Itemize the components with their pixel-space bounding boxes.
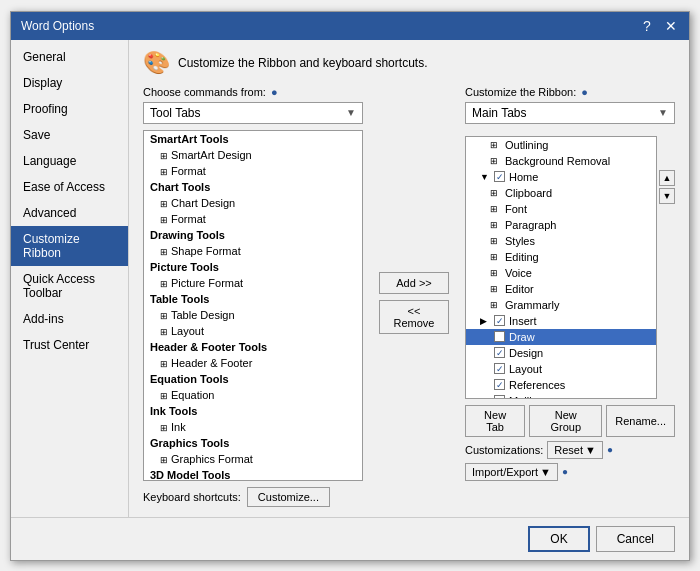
cancel-button[interactable]: Cancel xyxy=(596,526,675,552)
ribbon-info-icon: ● xyxy=(581,86,588,98)
ribbon-item-editing[interactable]: ⊞Editing xyxy=(466,249,656,265)
ok-button[interactable]: OK xyxy=(528,526,589,552)
keyboard-label: Keyboard shortcuts: xyxy=(143,491,241,503)
dialog-title: Word Options xyxy=(21,19,94,33)
command-item-chart-design[interactable]: ⊞Chart Design xyxy=(144,195,362,211)
reset-dropdown[interactable]: Reset ▼ xyxy=(547,441,603,459)
sidebar-item-save[interactable]: Save xyxy=(11,122,128,148)
checkbox-mailings[interactable] xyxy=(494,395,505,399)
help-button[interactable]: ? xyxy=(639,18,655,34)
command-item-smartart-design[interactable]: ⊞SmartArt Design xyxy=(144,147,362,163)
ribbon-label-paragraph: Paragraph xyxy=(505,219,556,231)
item-icon-grammarly-home: ⊞ xyxy=(490,300,498,310)
main-title-icon: 🎨 xyxy=(143,50,170,76)
ribbon-item-references[interactable]: References xyxy=(466,377,656,393)
ribbon-item-editor[interactable]: ⊞Editor xyxy=(466,281,656,297)
checkbox-references[interactable] xyxy=(494,379,505,390)
choose-info-icon: ● xyxy=(271,86,278,98)
command-item-header-footer[interactable]: ⊞Header & Footer xyxy=(144,355,362,371)
checkbox-insert[interactable] xyxy=(494,315,505,326)
command-item-3d-model-tools[interactable]: 3D Model Tools xyxy=(144,467,362,481)
sidebar-item-advanced[interactable]: Advanced xyxy=(11,200,128,226)
command-item-smartart-format[interactable]: ⊞Format xyxy=(144,163,362,179)
checkbox-design[interactable] xyxy=(494,347,505,358)
commands-list[interactable]: SmartArt Tools⊞SmartArt Design⊞FormatCha… xyxy=(143,130,363,481)
sidebar-item-ease-of-access[interactable]: Ease of Access xyxy=(11,174,128,200)
close-button[interactable]: ✕ xyxy=(663,18,679,34)
scroll-down-button[interactable]: ▼ xyxy=(659,188,675,204)
command-item-chart-tools[interactable]: Chart Tools xyxy=(144,179,362,195)
reset-info-icon: ● xyxy=(607,444,613,455)
scroll-up-button[interactable]: ▲ xyxy=(659,170,675,186)
ribbon-item-outlining[interactable]: ⊞Outlining xyxy=(466,137,656,153)
ribbon-label-editing: Editing xyxy=(505,251,539,263)
keyboard-customize-button[interactable]: Customize... xyxy=(247,487,330,507)
expand-icon-insert: ▶ xyxy=(480,316,490,326)
ribbon-item-home[interactable]: ▼Home xyxy=(466,169,656,185)
ribbon-label-bg-removal: Background Removal xyxy=(505,155,610,167)
ribbon-bottom-buttons: New Tab New Group Rename... Customizatio… xyxy=(465,405,675,481)
add-button[interactable]: Add >> xyxy=(379,272,449,294)
ribbon-item-layout[interactable]: Layout xyxy=(466,361,656,377)
ribbon-label-mailings: Mailings xyxy=(509,395,549,399)
sidebar-item-general[interactable]: General xyxy=(11,44,128,70)
ribbon-item-paragraph[interactable]: ⊞Paragraph xyxy=(466,217,656,233)
ribbon-list[interactable]: ⊞Outlining⊞Background Removal▼Home⊞Clipb… xyxy=(465,136,657,399)
command-item-header-footer-tools[interactable]: Header & Footer Tools xyxy=(144,339,362,355)
command-item-table-layout[interactable]: ⊞Layout xyxy=(144,323,362,339)
sidebar-item-trust-center[interactable]: Trust Center xyxy=(11,332,128,358)
command-item-ink-tools[interactable]: Ink Tools xyxy=(144,403,362,419)
ribbon-item-font[interactable]: ⊞Font xyxy=(466,201,656,217)
checkbox-draw[interactable] xyxy=(494,331,505,342)
command-item-picture-tools[interactable]: Picture Tools xyxy=(144,259,362,275)
import-export-button[interactable]: Import/Export ▼ xyxy=(465,463,558,481)
command-item-smartart-tools[interactable]: SmartArt Tools xyxy=(144,131,362,147)
choose-label: Choose commands from: ● xyxy=(143,86,363,98)
command-item-drawing-tools[interactable]: Drawing Tools xyxy=(144,227,362,243)
ribbon-item-bg-removal[interactable]: ⊞Background Removal xyxy=(466,153,656,169)
command-item-graphics-tools[interactable]: Graphics Tools xyxy=(144,435,362,451)
ribbon-item-design[interactable]: Design xyxy=(466,345,656,361)
command-item-table-design[interactable]: ⊞Table Design xyxy=(144,307,362,323)
remove-button[interactable]: << Remove xyxy=(379,300,449,334)
command-item-picture-format[interactable]: ⊞Picture Format xyxy=(144,275,362,291)
ribbon-label-insert: Insert xyxy=(509,315,537,327)
left-panel: Choose commands from: ● Tool Tabs ▼ Smar… xyxy=(143,86,363,481)
choose-dropdown[interactable]: Tool Tabs ▼ xyxy=(143,102,363,124)
ribbon-item-grammarly-home[interactable]: ⊞Grammarly xyxy=(466,297,656,313)
sidebar-item-proofing[interactable]: Proofing xyxy=(11,96,128,122)
command-item-chart-format[interactable]: ⊞Format xyxy=(144,211,362,227)
ribbon-item-clipboard[interactable]: ⊞Clipboard xyxy=(466,185,656,201)
new-group-button[interactable]: New Group xyxy=(529,405,602,437)
command-item-table-tools[interactable]: Table Tools xyxy=(144,291,362,307)
rename-button[interactable]: Rename... xyxy=(606,405,675,437)
ribbon-dropdown[interactable]: Main Tabs ▼ xyxy=(465,102,675,124)
command-item-equation[interactable]: ⊞Equation xyxy=(144,387,362,403)
dialog-footer: OK Cancel xyxy=(11,517,689,560)
checkbox-layout[interactable] xyxy=(494,363,505,374)
sidebar-item-display[interactable]: Display xyxy=(11,70,128,96)
command-item-ink[interactable]: ⊞Ink xyxy=(144,419,362,435)
ribbon-item-mailings[interactable]: Mailings xyxy=(466,393,656,399)
ribbon-item-styles[interactable]: ⊞Styles xyxy=(466,233,656,249)
ribbon-label-font: Font xyxy=(505,203,527,215)
checkbox-home[interactable] xyxy=(494,171,505,182)
title-bar-controls: ? ✕ xyxy=(639,18,679,34)
main-title-row: 🎨 Customize the Ribbon and keyboard shor… xyxy=(143,50,675,76)
ribbon-label-home: Home xyxy=(509,171,538,183)
sidebar-item-quick-access[interactable]: Quick Access Toolbar xyxy=(11,266,128,306)
reset-arrow: ▼ xyxy=(585,444,596,456)
sidebar-item-customize-ribbon[interactable]: Customize Ribbon xyxy=(11,226,128,266)
command-item-graphics-format[interactable]: ⊞Graphics Format xyxy=(144,451,362,467)
ribbon-item-voice[interactable]: ⊞Voice xyxy=(466,265,656,281)
command-item-equation-tools[interactable]: Equation Tools xyxy=(144,371,362,387)
sidebar-item-add-ins[interactable]: Add-ins xyxy=(11,306,128,332)
ribbon-item-draw[interactable]: Draw xyxy=(466,329,656,345)
new-tab-button[interactable]: New Tab xyxy=(465,405,525,437)
customizations-row: Customizations: Reset ▼ ● xyxy=(465,441,675,459)
sidebar-item-language[interactable]: Language xyxy=(11,148,128,174)
right-panel: Customize the Ribbon: ● Main Tabs ▼ ⊞Out… xyxy=(465,86,675,481)
command-item-shape-format[interactable]: ⊞Shape Format xyxy=(144,243,362,259)
ribbon-item-insert[interactable]: ▶Insert xyxy=(466,313,656,329)
import-export-row: Import/Export ▼ ● xyxy=(465,463,675,481)
